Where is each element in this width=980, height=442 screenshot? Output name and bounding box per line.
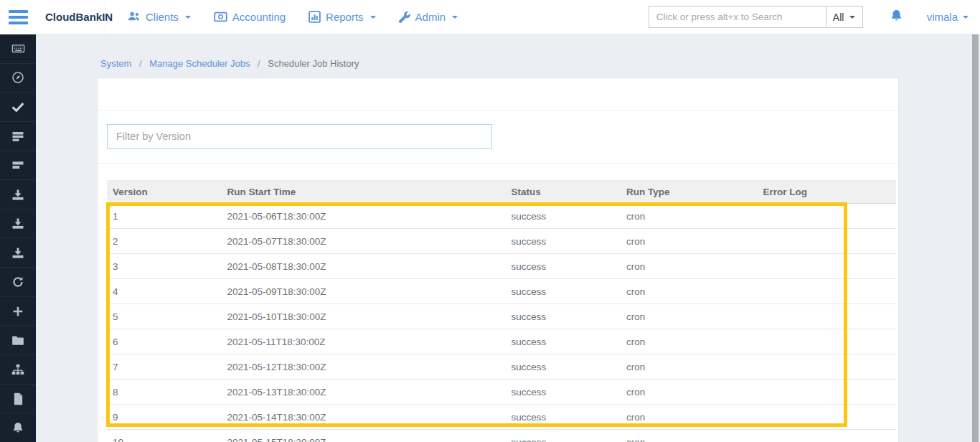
cell-run-start-time: 2021-05-11T18:30:00Z [222, 329, 506, 354]
chevron-down-icon [849, 16, 855, 19]
sidebar-item-download-1[interactable] [0, 180, 36, 210]
sidebar-item-download-3[interactable] [0, 238, 36, 268]
menu-item-label: Accounting [232, 11, 286, 23]
user-menu[interactable]: vimala [927, 11, 969, 23]
sidebar-item-check[interactable] [0, 93, 36, 122]
keyboard-icon [11, 42, 25, 55]
plus-icon [12, 306, 24, 317]
top-navbar: CloudBankIN Clients Accoun [0, 0, 980, 34]
hamburger-menu-icon[interactable] [0, 0, 36, 34]
bell-icon [11, 421, 24, 434]
bar-chart-icon [308, 11, 321, 23]
cell-version: 9 [107, 405, 222, 430]
cell-run-type: cron [621, 279, 757, 304]
table-row: 102021-05-15T18:30:00Zsuccesscron [107, 430, 896, 442]
sidebar-item-refresh[interactable] [0, 268, 36, 297]
check-icon [11, 102, 24, 113]
cell-status: success [506, 254, 621, 279]
cell-run-start-time: 2021-05-12T18:30:00Z [222, 354, 506, 380]
cell-version: 10 [107, 430, 222, 442]
cell-version: 5 [107, 304, 222, 329]
menu-item-reports[interactable]: Reports [308, 11, 376, 23]
download-icon [11, 217, 24, 230]
sidebar-item-keyboard[interactable] [0, 34, 36, 64]
cell-status: success [506, 430, 621, 442]
sidebar-item-add[interactable] [0, 297, 36, 326]
table-row: 42021-05-09T18:30:00Zsuccesscron [107, 279, 896, 304]
wrench-icon [399, 11, 410, 23]
chevron-down-icon [963, 16, 969, 19]
cell-run-type: cron [621, 354, 757, 380]
scrollbar-thumb[interactable] [972, 34, 979, 442]
global-search: All [649, 6, 863, 28]
column-header-status: Status [506, 181, 621, 204]
table-section: Version Run Start Time Status Run Type E… [98, 164, 898, 442]
menu-item-accounting[interactable]: Accounting [214, 11, 286, 23]
cell-run-type: cron [621, 204, 757, 229]
cell-run-type: cron [621, 254, 757, 279]
menu-item-label: Clients [146, 11, 179, 23]
cell-error-log [757, 204, 896, 229]
scheduler-history-card: Version Run Start Time Status Run Type E… [97, 77, 899, 442]
cell-error-log [757, 304, 896, 329]
cell-version: 3 [107, 254, 222, 279]
column-header-run-start-time: Run Start Time [222, 181, 506, 204]
sidebar-item-bell[interactable] [0, 413, 36, 442]
table-row: 52021-05-10T18:30:00Zsuccesscron [107, 304, 896, 329]
cell-run-type: cron [621, 329, 757, 354]
column-header-run-type: Run Type [621, 181, 757, 204]
sidebar-item-download-2[interactable] [0, 210, 36, 239]
cell-error-log [757, 430, 896, 442]
cell-status: success [506, 329, 621, 354]
main-row: System / Manage Scheduler Jobs / Schedul… [0, 34, 980, 442]
users-icon [127, 11, 141, 23]
cell-error-log [757, 329, 896, 354]
menu-item-admin[interactable]: Admin [399, 11, 458, 23]
navbar-right-group: All vimala [649, 6, 969, 28]
cell-run-start-time: 2021-05-08T18:30:00Z [222, 254, 506, 279]
cell-run-start-time: 2021-05-10T18:30:00Z [222, 304, 506, 329]
column-header-error-log: Error Log [757, 181, 896, 204]
menu-item-clients[interactable]: Clients [127, 11, 191, 23]
cell-error-log [757, 380, 896, 405]
list-icon [11, 161, 24, 170]
search-scope-dropdown[interactable]: All [826, 6, 863, 28]
sidebar-item-sitemap[interactable] [0, 355, 36, 385]
sidebar-item-list[interactable] [0, 151, 36, 181]
table-body: 12021-05-06T18:30:00Zsuccesscron22021-05… [107, 204, 896, 442]
cell-version: 7 [107, 354, 222, 380]
cell-status: success [506, 354, 621, 380]
search-input[interactable] [649, 6, 826, 28]
sidebar-item-compass[interactable] [0, 64, 36, 93]
cell-version: 8 [107, 380, 222, 405]
cell-version: 6 [107, 329, 222, 354]
cell-error-log [757, 279, 896, 304]
table-row: 62021-05-11T18:30:00Zsuccesscron [107, 329, 896, 354]
notifications-button[interactable] [890, 9, 903, 25]
search-scope-value: All [833, 11, 844, 23]
content-area: System / Manage Scheduler Jobs / Schedul… [36, 34, 980, 442]
cell-run-start-time: 2021-05-13T18:30:00Z [222, 380, 506, 405]
cell-run-type: cron [621, 430, 757, 442]
sidebar-item-folder[interactable] [0, 326, 36, 355]
download-icon [11, 247, 24, 259]
download-icon [11, 189, 24, 201]
file-icon [13, 392, 24, 405]
cell-version: 1 [107, 204, 222, 229]
filter-by-version-input[interactable] [107, 124, 492, 149]
breadcrumb-link-system[interactable]: System [100, 58, 131, 69]
breadcrumb-link-manage-scheduler-jobs[interactable]: Manage Scheduler Jobs [149, 58, 250, 69]
cell-run-start-time: 2021-05-14T18:30:00Z [222, 405, 506, 430]
cell-version: 2 [107, 229, 222, 254]
left-sidebar [0, 34, 36, 442]
cell-run-start-time: 2021-05-15T18:30:00Z [222, 430, 506, 442]
column-header-version: Version [107, 181, 222, 204]
scheduler-job-history-page: { "navbar": { "brand": "CloudBankIN", "m… [0, 0, 980, 442]
menu-item-label: Reports [326, 11, 364, 23]
table-header-row: Version Run Start Time Status Run Type E… [107, 181, 896, 204]
sidebar-item-file[interactable] [0, 385, 36, 414]
cell-run-type: cron [621, 229, 757, 254]
brand-logo[interactable]: CloudBankIN [45, 11, 113, 23]
sidebar-item-tasks[interactable] [0, 122, 36, 151]
cell-version: 4 [107, 279, 222, 304]
